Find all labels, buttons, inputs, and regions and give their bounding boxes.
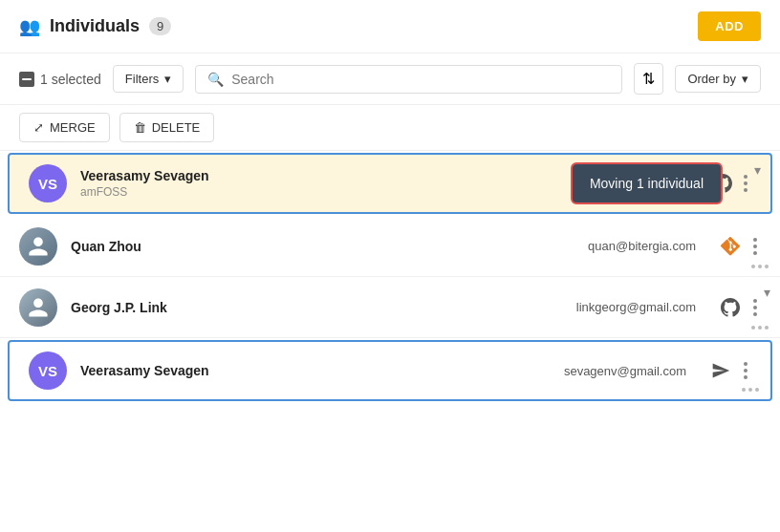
more-options-icon[interactable] <box>740 358 751 383</box>
table-row[interactable]: Quan Zhou quan@bitergia.com <box>0 216 780 277</box>
search-input[interactable] <box>231 72 610 87</box>
search-bar: 🔍 <box>195 65 622 94</box>
more-options-icon[interactable] <box>749 295 761 320</box>
person-org: amFOSS <box>80 185 575 199</box>
merge-button[interactable]: ⤢ MERGE <box>19 113 110 142</box>
delete-icon: 🗑 <box>134 120 146 135</box>
avatar: VS <box>29 351 67 390</box>
send-icon <box>711 361 730 380</box>
table-row[interactable]: VS Veerasamy Sevagen amFOSS sevagenv@gma… <box>8 153 772 214</box>
order-by-button[interactable]: Order by ▾ <box>675 65 761 93</box>
search-icon: 🔍 <box>207 72 224 87</box>
filters-label: Filters <box>125 72 159 86</box>
selected-count-label: 1 selected <box>40 72 101 87</box>
avatar <box>19 288 57 327</box>
person-name: Quan Zhou <box>71 239 588 254</box>
count-badge: 9 <box>149 17 171 35</box>
row-right: linkgeorg@gmail.com <box>576 295 761 320</box>
page-header: 👥 Individuals 9 ADD <box>0 0 780 53</box>
order-by-chevron-icon: ▾ <box>742 72 748 86</box>
header-left: 👥 Individuals 9 <box>19 16 171 37</box>
sort-button[interactable]: ⇅ <box>634 63 663 95</box>
person-name: Veerasamy Sevagen <box>80 363 564 378</box>
person-info: Veerasamy Sevagen amFOSS <box>80 168 575 199</box>
person-email: quan@bitergia.com <box>588 239 696 253</box>
person-info: Veerasamy Sevagen <box>80 363 564 378</box>
moving-tooltip: Moving 1 individual <box>571 162 723 204</box>
filters-chevron-icon: ▾ <box>164 72 171 86</box>
vertical-dots-icon[interactable] <box>748 322 772 333</box>
avatar <box>19 227 57 266</box>
individuals-icon: 👥 <box>19 16 40 37</box>
delete-button[interactable]: 🗑 DELETE <box>119 113 215 142</box>
row-right: quan@bitergia.com <box>588 234 761 259</box>
merge-label: MERGE <box>50 120 96 135</box>
github-icon <box>721 298 740 317</box>
page-title: Individuals <box>50 16 140 36</box>
toolbar: 1 selected Filters ▾ 🔍 ⇅ Order by ▾ <box>0 53 780 105</box>
action-bar: ⤢ MERGE 🗑 DELETE <box>0 105 780 151</box>
merge-icon: ⤢ <box>33 120 44 135</box>
individuals-list: VS Veerasamy Sevagen amFOSS sevagenv@gma… <box>0 151 780 532</box>
sort-icon: ⇅ <box>642 70 655 88</box>
person-info: Georg J.P. Link <box>71 300 576 315</box>
git-icon <box>721 237 740 256</box>
expand-chevron-icon[interactable]: ▾ <box>764 285 770 300</box>
add-button[interactable]: ADD <box>698 11 761 41</box>
person-name: Georg J.P. Link <box>71 300 576 315</box>
table-row[interactable]: Georg J.P. Link linkgeorg@gmail.com ▾ <box>0 277 780 338</box>
order-by-label: Order by <box>687 72 736 86</box>
delete-label: DELETE <box>152 120 201 135</box>
filters-button[interactable]: Filters ▾ <box>113 65 184 93</box>
person-name: Veerasamy Sevagen <box>80 168 575 183</box>
more-options-icon[interactable] <box>749 234 761 259</box>
minus-icon <box>19 72 34 87</box>
person-email: linkgeorg@gmail.com <box>576 300 696 314</box>
person-email: sevagenv@gmail.com <box>564 364 686 378</box>
table-row[interactable]: VS Veerasamy Sevagen sevagenv@gmail.com <box>8 340 772 401</box>
row-actions: Moving 1 individual <box>713 171 751 196</box>
chevron-down-icon[interactable]: ▾ <box>754 162 761 178</box>
vertical-dots-icon[interactable] <box>738 384 763 395</box>
person-info: Quan Zhou <box>71 239 588 254</box>
avatar: VS <box>29 164 67 202</box>
row-right: sevagenv@gmail.com <box>564 358 751 383</box>
more-options-icon[interactable] <box>740 171 751 196</box>
vertical-dots-icon[interactable] <box>748 261 772 272</box>
selected-indicator: 1 selected <box>19 72 101 87</box>
